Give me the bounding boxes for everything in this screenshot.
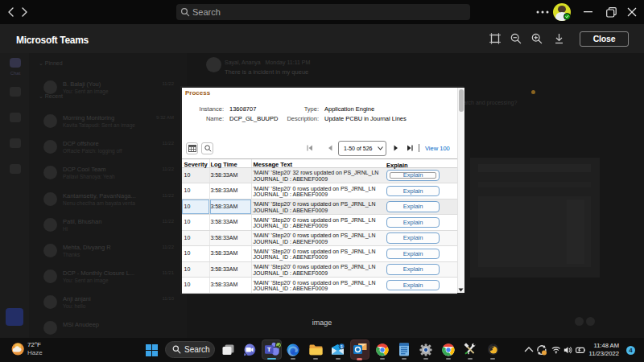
svg-text:T: T <box>267 346 271 353</box>
